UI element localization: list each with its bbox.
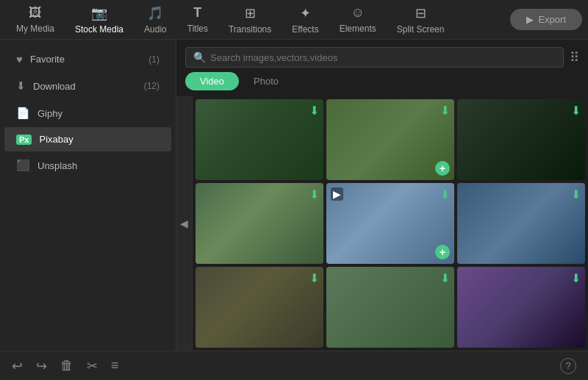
transitions-icon: ⊞ <box>245 5 256 21</box>
nav-audio-label: Audio <box>144 24 167 35</box>
media-thumb-7[interactable]: ⬇ <box>196 267 323 348</box>
nav-transitions-label: Transitions <box>229 24 271 35</box>
grid-view-icon[interactable]: ⠿ <box>570 49 579 65</box>
media-thumb-1[interactable]: ⬇ <box>196 99 323 180</box>
media-thumb-9[interactable]: ⬇ <box>457 267 585 348</box>
media-thumb-4[interactable]: ⬇ <box>196 183 323 264</box>
nav-stock-media[interactable]: 📷 Stock Media <box>65 1 134 39</box>
sidebar-item-download[interactable]: ⬇ Download (12) <box>4 73 171 99</box>
sidebar-item-giphy[interactable]: 📄 Giphy <box>4 100 171 126</box>
sidebar: ♥ Favorite (1) ⬇ Download (12) 📄 Giphy P… <box>0 40 176 351</box>
split-screen-icon: ⊟ <box>415 5 426 21</box>
export-icon: ▶ <box>526 14 534 25</box>
download-count: (12) <box>144 81 159 91</box>
download-icon: ⬇ <box>16 79 26 93</box>
undo-icon[interactable]: ↩ <box>12 358 23 374</box>
my-media-icon: 🖼 <box>29 5 42 21</box>
left-arrow[interactable]: ◀ <box>176 96 193 351</box>
pixabay-label: Pixabay <box>39 134 159 145</box>
tab-photo[interactable]: Photo <box>239 72 293 90</box>
add-icon-2[interactable]: + <box>435 161 450 176</box>
favorite-label: Favorite <box>30 54 141 65</box>
download-icon-4: ⬇ <box>309 187 319 201</box>
favorite-count: (1) <box>148 54 159 65</box>
unsplash-icon: ⬛ <box>16 159 30 172</box>
nav-stock-media-label: Stock Media <box>75 24 123 35</box>
effects-icon: ✦ <box>300 5 311 21</box>
titles-icon: T <box>193 5 201 21</box>
menu-icon[interactable]: ≡ <box>111 358 119 373</box>
sidebar-item-pixabay[interactable]: Px Pixabay <box>4 127 171 151</box>
nav-my-media-label: My Media <box>16 24 54 34</box>
media-thumb-2[interactable]: ⬇+ <box>326 99 454 180</box>
video-indicator-icon-5: ▶ <box>331 187 343 201</box>
cut-icon[interactable]: ✂ <box>87 358 98 374</box>
nav-split-screen-label: Split Screen <box>397 24 445 35</box>
media-thumb-6[interactable]: ⬇ <box>457 183 585 264</box>
heart-icon: ♥ <box>16 53 23 65</box>
download-icon-7: ⬇ <box>309 271 319 285</box>
elements-icon: ☺ <box>351 5 365 21</box>
pixabay-icon: Px <box>16 135 32 145</box>
nav-elements-label: Elements <box>340 24 376 34</box>
nav-effects[interactable]: ✦ Effects <box>282 1 329 39</box>
search-bar: 🔍 ⠿ <box>176 40 588 72</box>
giphy-icon: 📄 <box>16 107 30 120</box>
bottom-toolbar: ↩ ↪ 🗑 ✂ ≡ ? <box>0 351 588 380</box>
download-icon-5: ⬇ <box>440 187 450 201</box>
media-thumb-5[interactable]: ⬇▶+ <box>326 183 454 264</box>
content-area: 🔍 ⠿ Video Photo ◀ ⬇⬇+⬇⬇⬇▶+⬇⬇⬇⬇⬇⬇⬇ <box>176 40 588 351</box>
nav-split-screen[interactable]: ⊟ Split Screen <box>387 1 455 39</box>
tab-video[interactable]: Video <box>185 72 239 90</box>
add-icon-5[interactable]: + <box>435 245 450 259</box>
media-thumb-3[interactable]: ⬇ <box>457 99 585 180</box>
nav-audio[interactable]: 🎵 Audio <box>134 1 177 39</box>
nav-elements[interactable]: ☺ Elements <box>329 1 387 38</box>
media-grid-wrap: ◀ ⬇⬇+⬇⬇⬇▶+⬇⬇⬇⬇⬇⬇⬇ <box>176 96 588 351</box>
nav-titles[interactable]: T Titles <box>177 1 218 38</box>
media-grid: ⬇⬇+⬇⬇⬇▶+⬇⬇⬇⬇⬇⬇⬇ <box>193 96 588 351</box>
redo-icon[interactable]: ↪ <box>36 358 47 374</box>
export-label: Export <box>538 14 566 25</box>
search-input-wrap[interactable]: 🔍 <box>185 47 564 68</box>
giphy-label: Giphy <box>37 108 159 119</box>
nav-titles-label: Titles <box>187 24 208 34</box>
download-icon-3: ⬇ <box>571 104 581 118</box>
download-icon-6: ⬇ <box>571 187 581 201</box>
download-icon-1: ⬇ <box>309 104 319 118</box>
download-label: Download <box>33 81 137 92</box>
download-icon-9: ⬇ <box>571 271 581 285</box>
delete-icon[interactable]: 🗑 <box>60 358 74 373</box>
stock-media-icon: 📷 <box>91 5 107 21</box>
top-nav: 🖼 My Media 📷 Stock Media 🎵 Audio T Title… <box>0 0 588 40</box>
search-icon: 🔍 <box>193 51 206 63</box>
nav-transitions[interactable]: ⊞ Transitions <box>218 1 282 39</box>
audio-icon: 🎵 <box>147 5 163 21</box>
unsplash-label: Unsplash <box>37 160 159 171</box>
nav-my-media[interactable]: 🖼 My Media <box>6 1 65 38</box>
sidebar-item-favorite[interactable]: ♥ Favorite (1) <box>4 46 171 72</box>
main-layout: ♥ Favorite (1) ⬇ Download (12) 📄 Giphy P… <box>0 40 588 351</box>
download-icon-2: ⬇ <box>440 104 450 118</box>
media-thumb-8[interactable]: ⬇ <box>326 267 454 348</box>
export-button[interactable]: ▶ Export <box>510 9 582 30</box>
help-icon[interactable]: ? <box>560 358 576 374</box>
nav-effects-label: Effects <box>292 24 318 35</box>
tab-row: Video Photo <box>176 72 588 96</box>
sidebar-item-unsplash[interactable]: ⬛ Unsplash <box>4 152 171 179</box>
download-icon-8: ⬇ <box>440 271 450 285</box>
search-input[interactable] <box>210 52 556 63</box>
